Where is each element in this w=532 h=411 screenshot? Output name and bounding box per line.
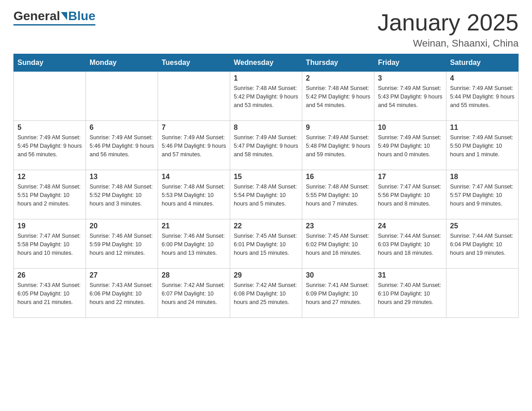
day-info: Sunrise: 7:49 AM Sunset: 5:49 PM Dayligh… [378, 133, 442, 158]
page-header: General Blue January 2025 Weinan, Shaanx… [13, 9, 519, 49]
day-number: 12 [17, 173, 82, 181]
day-number: 21 [162, 222, 226, 230]
day-info: Sunrise: 7:45 AM Sunset: 6:01 PM Dayligh… [234, 232, 298, 257]
day-number: 17 [378, 173, 442, 181]
day-of-week-header: Sunday [14, 54, 86, 72]
day-info: Sunrise: 7:49 AM Sunset: 5:46 PM Dayligh… [90, 133, 154, 158]
day-number: 2 [306, 74, 370, 82]
calendar-title: January 2025 [378, 9, 519, 36]
calendar-day-cell: 14Sunrise: 7:48 AM Sunset: 5:53 PM Dayli… [158, 170, 230, 219]
day-of-week-header: Saturday [446, 54, 519, 72]
day-info: Sunrise: 7:47 AM Sunset: 5:56 PM Dayligh… [378, 183, 442, 208]
calendar-day-cell: 5Sunrise: 7:49 AM Sunset: 5:45 PM Daylig… [14, 121, 86, 170]
calendar-day-cell: 26Sunrise: 7:43 AM Sunset: 6:05 PM Dayli… [14, 269, 86, 318]
calendar-day-cell [14, 72, 86, 121]
day-number: 25 [450, 222, 515, 230]
day-of-week-header: Tuesday [158, 54, 230, 72]
day-info: Sunrise: 7:40 AM Sunset: 6:10 PM Dayligh… [378, 281, 442, 306]
calendar-day-cell: 3Sunrise: 7:49 AM Sunset: 5:43 PM Daylig… [374, 72, 446, 121]
day-number: 3 [378, 74, 442, 82]
day-number: 30 [306, 271, 370, 279]
day-number: 31 [378, 271, 442, 279]
day-number: 5 [17, 124, 82, 132]
calendar-table: SundayMondayTuesdayWednesdayThursdayFrid… [13, 54, 519, 318]
day-number: 1 [234, 74, 298, 82]
calendar-day-cell: 16Sunrise: 7:48 AM Sunset: 5:55 PM Dayli… [302, 170, 374, 219]
day-info: Sunrise: 7:44 AM Sunset: 6:03 PM Dayligh… [378, 232, 442, 257]
day-number: 13 [90, 173, 154, 181]
logo-underline [13, 24, 95, 26]
day-of-week-header: Wednesday [230, 54, 302, 72]
calendar-day-cell: 8Sunrise: 7:49 AM Sunset: 5:47 PM Daylig… [230, 121, 302, 170]
calendar-day-cell [158, 72, 230, 121]
calendar-day-cell: 9Sunrise: 7:49 AM Sunset: 5:48 PM Daylig… [302, 121, 374, 170]
day-number: 18 [450, 173, 515, 181]
calendar-week-row: 12Sunrise: 7:48 AM Sunset: 5:51 PM Dayli… [14, 170, 519, 219]
day-info: Sunrise: 7:46 AM Sunset: 6:00 PM Dayligh… [162, 232, 226, 257]
calendar-day-cell: 13Sunrise: 7:48 AM Sunset: 5:52 PM Dayli… [86, 170, 158, 219]
day-number: 20 [90, 222, 154, 230]
day-number: 15 [234, 173, 298, 181]
calendar-day-cell: 29Sunrise: 7:42 AM Sunset: 6:08 PM Dayli… [230, 269, 302, 318]
day-info: Sunrise: 7:48 AM Sunset: 5:52 PM Dayligh… [90, 183, 154, 208]
calendar-day-cell: 25Sunrise: 7:44 AM Sunset: 6:04 PM Dayli… [446, 219, 519, 269]
calendar-day-cell: 21Sunrise: 7:46 AM Sunset: 6:00 PM Dayli… [158, 219, 230, 269]
logo-blue-text: Blue [68, 9, 95, 23]
calendar-week-row: 26Sunrise: 7:43 AM Sunset: 6:05 PM Dayli… [14, 269, 519, 318]
calendar-week-row: 19Sunrise: 7:47 AM Sunset: 5:58 PM Dayli… [14, 219, 519, 269]
day-info: Sunrise: 7:48 AM Sunset: 5:42 PM Dayligh… [234, 84, 298, 109]
calendar-header-row: SundayMondayTuesdayWednesdayThursdayFrid… [14, 54, 519, 72]
title-section: January 2025 Weinan, Shaanxi, China [378, 9, 519, 49]
calendar-day-cell: 7Sunrise: 7:49 AM Sunset: 5:46 PM Daylig… [158, 121, 230, 170]
day-number: 27 [90, 271, 154, 279]
day-info: Sunrise: 7:49 AM Sunset: 5:46 PM Dayligh… [162, 133, 226, 158]
calendar-day-cell [86, 72, 158, 121]
day-number: 8 [234, 124, 298, 132]
day-number: 14 [162, 173, 226, 181]
day-info: Sunrise: 7:48 AM Sunset: 5:54 PM Dayligh… [234, 183, 298, 208]
day-info: Sunrise: 7:42 AM Sunset: 6:07 PM Dayligh… [162, 281, 226, 306]
day-info: Sunrise: 7:46 AM Sunset: 5:59 PM Dayligh… [90, 232, 154, 257]
calendar-day-cell: 6Sunrise: 7:49 AM Sunset: 5:46 PM Daylig… [86, 121, 158, 170]
day-number: 10 [378, 124, 442, 132]
day-info: Sunrise: 7:41 AM Sunset: 6:09 PM Dayligh… [306, 281, 370, 306]
day-info: Sunrise: 7:48 AM Sunset: 5:51 PM Dayligh… [17, 183, 82, 208]
day-number: 11 [450, 124, 515, 132]
day-info: Sunrise: 7:42 AM Sunset: 6:08 PM Dayligh… [234, 281, 298, 306]
day-info: Sunrise: 7:49 AM Sunset: 5:48 PM Dayligh… [306, 133, 370, 158]
calendar-day-cell: 18Sunrise: 7:47 AM Sunset: 5:57 PM Dayli… [446, 170, 519, 219]
calendar-day-cell: 20Sunrise: 7:46 AM Sunset: 5:59 PM Dayli… [86, 219, 158, 269]
calendar-day-cell: 31Sunrise: 7:40 AM Sunset: 6:10 PM Dayli… [374, 269, 446, 318]
calendar-week-row: 5Sunrise: 7:49 AM Sunset: 5:45 PM Daylig… [14, 121, 519, 170]
day-info: Sunrise: 7:47 AM Sunset: 5:58 PM Dayligh… [17, 232, 82, 257]
day-number: 28 [162, 271, 226, 279]
day-info: Sunrise: 7:49 AM Sunset: 5:47 PM Dayligh… [234, 133, 298, 158]
calendar-day-cell: 11Sunrise: 7:49 AM Sunset: 5:50 PM Dayli… [446, 121, 519, 170]
day-info: Sunrise: 7:49 AM Sunset: 5:45 PM Dayligh… [17, 133, 82, 158]
logo: General Blue [13, 9, 95, 26]
calendar-week-row: 1Sunrise: 7:48 AM Sunset: 5:42 PM Daylig… [14, 72, 519, 121]
day-info: Sunrise: 7:43 AM Sunset: 6:06 PM Dayligh… [90, 281, 154, 306]
day-info: Sunrise: 7:45 AM Sunset: 6:02 PM Dayligh… [306, 232, 370, 257]
calendar-day-cell: 23Sunrise: 7:45 AM Sunset: 6:02 PM Dayli… [302, 219, 374, 269]
day-info: Sunrise: 7:47 AM Sunset: 5:57 PM Dayligh… [450, 183, 515, 208]
calendar-day-cell: 1Sunrise: 7:48 AM Sunset: 5:42 PM Daylig… [230, 72, 302, 121]
calendar-day-cell: 10Sunrise: 7:49 AM Sunset: 5:49 PM Dayli… [374, 121, 446, 170]
calendar-day-cell: 4Sunrise: 7:49 AM Sunset: 5:44 PM Daylig… [446, 72, 519, 121]
day-number: 9 [306, 124, 370, 132]
calendar-day-cell: 2Sunrise: 7:48 AM Sunset: 5:42 PM Daylig… [302, 72, 374, 121]
calendar-day-cell: 28Sunrise: 7:42 AM Sunset: 6:07 PM Dayli… [158, 269, 230, 318]
calendar-day-cell: 22Sunrise: 7:45 AM Sunset: 6:01 PM Dayli… [230, 219, 302, 269]
day-info: Sunrise: 7:49 AM Sunset: 5:43 PM Dayligh… [378, 84, 442, 109]
logo-general-text: General [13, 9, 60, 23]
logo-arrow-icon [61, 12, 67, 20]
day-number: 6 [90, 124, 154, 132]
day-number: 26 [17, 271, 82, 279]
calendar-day-cell: 15Sunrise: 7:48 AM Sunset: 5:54 PM Dayli… [230, 170, 302, 219]
calendar-day-cell: 30Sunrise: 7:41 AM Sunset: 6:09 PM Dayli… [302, 269, 374, 318]
calendar-day-cell: 27Sunrise: 7:43 AM Sunset: 6:06 PM Dayli… [86, 269, 158, 318]
day-number: 16 [306, 173, 370, 181]
day-number: 22 [234, 222, 298, 230]
day-info: Sunrise: 7:44 AM Sunset: 6:04 PM Dayligh… [450, 232, 515, 257]
calendar-day-cell: 24Sunrise: 7:44 AM Sunset: 6:03 PM Dayli… [374, 219, 446, 269]
